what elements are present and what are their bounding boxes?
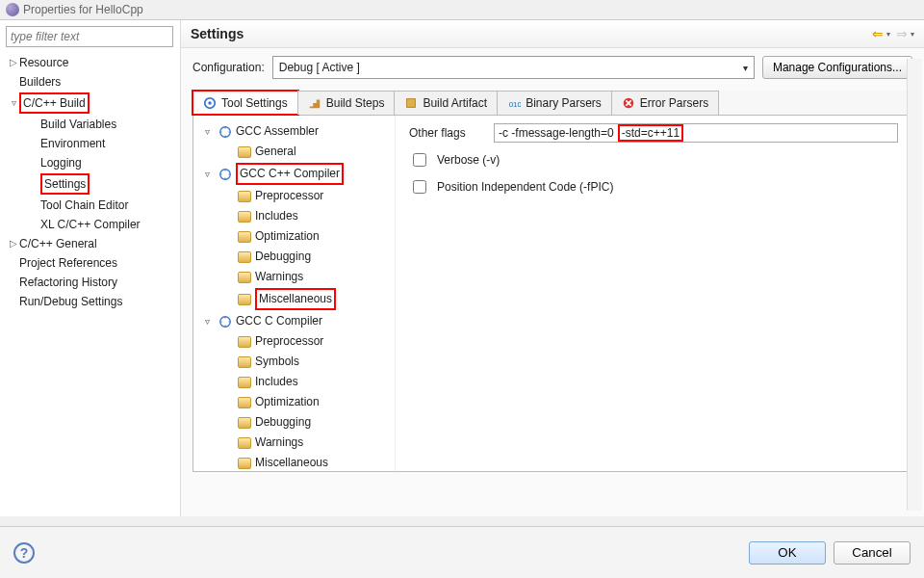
panel-body: Configuration: Debug [ Active ] ▾ Manage… bbox=[181, 48, 924, 516]
tool-tree-item[interactable]: Optimization bbox=[197, 226, 391, 247]
sidebar-item-label: Builders bbox=[19, 73, 61, 91]
back-icon[interactable]: ⇐ bbox=[872, 26, 884, 41]
scrollbar[interactable] bbox=[907, 59, 922, 511]
tool-tree-label: Symbols bbox=[255, 353, 299, 371]
folder-icon bbox=[238, 210, 251, 223]
tabs-bar: Tool SettingsBuild StepsBuild Artifact01… bbox=[192, 91, 912, 116]
sidebar-item[interactable]: Tool Chain Editor bbox=[0, 197, 180, 214]
folder-icon bbox=[238, 190, 251, 203]
tab-tool-settings[interactable]: Tool Settings bbox=[192, 91, 298, 115]
tab-tool-settings-content: ▿GCC AssemblerGeneral▿GCC C++ CompilerPr… bbox=[192, 116, 912, 472]
tool-tree-item[interactable]: Warnings bbox=[197, 267, 391, 287]
tool-tree-item[interactable]: Miscellaneous bbox=[197, 287, 391, 311]
filter-input[interactable] bbox=[6, 26, 173, 47]
folder-icon bbox=[238, 416, 251, 430]
folder-icon bbox=[238, 271, 251, 284]
configuration-value: Debug [ Active ] bbox=[279, 61, 360, 74]
tab-label: Binary Parsers bbox=[526, 96, 602, 110]
sidebar-item-label: Settings bbox=[40, 173, 90, 195]
sidebar-item[interactable]: Project References bbox=[0, 254, 180, 272]
ok-button[interactable]: OK bbox=[749, 541, 826, 565]
tool-tree-label: Includes bbox=[255, 373, 298, 391]
tool-tree-label: Debugging bbox=[255, 413, 311, 432]
tab-build-artifact[interactable]: Build Artifact bbox=[394, 91, 498, 115]
tool-tree-item[interactable]: Debugging bbox=[197, 247, 391, 267]
panel-title: Settings bbox=[191, 26, 244, 41]
tool-tree-label: Preprocessor bbox=[255, 332, 323, 351]
sidebar-item[interactable]: XL C/C++ Compiler bbox=[0, 216, 180, 233]
tool-tree-item[interactable]: ▿GCC Assembler bbox=[197, 121, 391, 142]
other-flags-row: Other flags -c -fmessage-length=0 -std=c… bbox=[409, 123, 898, 143]
sidebar-item-label: Project References bbox=[19, 254, 117, 272]
manage-configurations-button[interactable]: Manage Configurations... bbox=[762, 56, 912, 79]
tool-tree-item[interactable]: General bbox=[197, 142, 391, 162]
sidebar-item[interactable]: Build Variables bbox=[0, 116, 180, 133]
sidebar-item-label: Environment bbox=[40, 135, 105, 152]
tool-tree-item[interactable]: Warnings bbox=[197, 433, 391, 453]
help-icon[interactable]: ? bbox=[13, 542, 35, 564]
tool-tree-item[interactable]: Optimization bbox=[197, 392, 391, 412]
tool-tree-item[interactable]: Debugging bbox=[197, 412, 391, 433]
folder-icon bbox=[238, 355, 251, 369]
tab-binary-parsers[interactable]: 010Binary Parsers bbox=[497, 91, 612, 115]
tool-tree-label: Warnings bbox=[255, 268, 303, 286]
sidebar-item[interactable]: Run/Debug Settings bbox=[0, 293, 180, 310]
sidebar-item[interactable]: Environment bbox=[0, 135, 180, 152]
tab-error-parsers[interactable]: Error Parsers bbox=[611, 91, 719, 115]
sidebar-item-label: C/C++ General bbox=[19, 235, 97, 252]
tab-label: Build Artifact bbox=[423, 96, 487, 110]
sidebar-item[interactable]: ▷C/C++ General bbox=[0, 235, 180, 252]
configuration-row: Configuration: Debug [ Active ] ▾ Manage… bbox=[192, 56, 912, 79]
tool-tree-item[interactable]: ▿GCC C Compiler bbox=[197, 311, 391, 331]
tool-tree-item[interactable]: ▿GCC C++ Compiler bbox=[197, 162, 391, 186]
sidebar-item[interactable]: Settings bbox=[0, 173, 180, 195]
tool-tree-label: Preprocessor bbox=[255, 187, 323, 205]
svg-rect-2 bbox=[407, 99, 416, 108]
tool-tree-item[interactable]: Includes bbox=[197, 206, 391, 226]
sidebar-item[interactable]: Builders bbox=[0, 73, 180, 91]
tree-arrow-icon: ▿ bbox=[205, 122, 215, 141]
dialog-footer: ? OK Cancel bbox=[0, 526, 924, 578]
tool-tree-label: GCC C++ Compiler bbox=[236, 163, 344, 185]
eclipse-icon bbox=[6, 3, 19, 16]
tab-label: Error Parsers bbox=[640, 96, 708, 110]
sidebar-tree: ▷ResourceBuilders▿C/C++ BuildBuild Varia… bbox=[0, 53, 180, 311]
tool-tree-item[interactable]: Preprocessor bbox=[197, 186, 391, 206]
tab-label: Build Steps bbox=[326, 96, 385, 110]
form-pane: Other flags -c -fmessage-length=0 -std=c… bbox=[396, 116, 911, 471]
forward-dropdown-icon[interactable]: ▾ bbox=[911, 30, 914, 39]
chevron-down-icon: ▾ bbox=[743, 63, 748, 73]
tool-tree-item[interactable]: Preprocessor bbox=[197, 331, 391, 352]
other-flags-label: Other flags bbox=[409, 126, 486, 140]
tool-tree-label: Includes bbox=[255, 207, 298, 225]
sidebar-item[interactable]: ▿C/C++ Build bbox=[0, 92, 180, 114]
cancel-button[interactable]: Cancel bbox=[834, 541, 911, 565]
tool-tree-item[interactable]: Symbols bbox=[197, 352, 391, 372]
folder-icon bbox=[238, 335, 251, 349]
verbose-checkbox[interactable] bbox=[413, 153, 426, 167]
tool-tree-item[interactable]: Miscellaneous bbox=[197, 453, 391, 471]
tree-arrow-icon: ▿ bbox=[205, 312, 215, 330]
pic-row: Position Independent Code (-fPIC) bbox=[409, 177, 898, 197]
sidebar-item[interactable]: Logging bbox=[0, 154, 180, 171]
back-dropdown-icon[interactable]: ▾ bbox=[886, 30, 890, 39]
sidebar-item[interactable]: Refactoring History bbox=[0, 274, 180, 291]
tab-build-steps[interactable]: Build Steps bbox=[297, 91, 396, 115]
tool-tree-label: Debugging bbox=[255, 248, 311, 266]
pic-checkbox[interactable] bbox=[413, 180, 426, 194]
sidebar-item-label: C/C++ Build bbox=[19, 92, 90, 114]
verbose-label: Verbose (-v) bbox=[437, 153, 500, 167]
configuration-select[interactable]: Debug [ Active ] ▾ bbox=[272, 56, 755, 79]
folder-icon bbox=[238, 250, 251, 264]
other-flags-input[interactable]: -c -fmessage-length=0 -std=c++11 bbox=[494, 123, 898, 143]
sidebar-item-label: XL C/C++ Compiler bbox=[40, 216, 141, 233]
tool-tree-label: Miscellaneous bbox=[255, 288, 336, 310]
sidebar-item-label: Tool Chain Editor bbox=[40, 197, 128, 214]
tool-tree-label: Optimization bbox=[255, 227, 320, 246]
tool-tree-item[interactable]: Includes bbox=[197, 372, 391, 392]
sidebar-item[interactable]: ▷Resource bbox=[0, 54, 180, 71]
tree-arrow-icon: ▷ bbox=[8, 54, 19, 71]
tree-arrow-icon: ▷ bbox=[8, 235, 19, 252]
sidebar-item-label: Build Variables bbox=[40, 116, 116, 133]
other-flags-highlight: -std=c++11 bbox=[618, 124, 683, 142]
